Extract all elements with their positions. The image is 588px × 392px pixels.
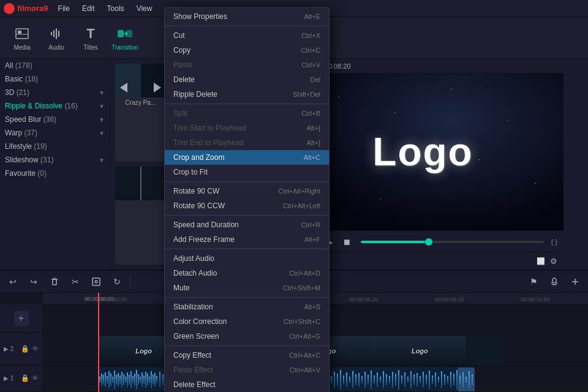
cm-shortcut: Ctrl+Shift+M	[283, 284, 320, 292]
ruler-mark-4: 00:00:08:10	[435, 296, 464, 303]
cm-separator	[165, 345, 329, 346]
transition-thumb-4[interactable]	[115, 167, 166, 265]
chevron-icon: ▼	[99, 157, 105, 164]
filter-slideshow[interactable]: Slideshow (31) ▼	[0, 153, 110, 167]
eye-icon[interactable]: 👁	[32, 374, 39, 382]
track-v2-label-area: +	[0, 304, 42, 333]
cm-detach-audio[interactable]: Detach Audio Ctrl+Alt+D	[165, 266, 329, 281]
svg-rect-117	[383, 371, 384, 388]
svg-rect-18	[110, 374, 111, 386]
cm-separator	[165, 181, 329, 182]
cm-copy-effect[interactable]: Copy Effect Ctrl+Alt+C	[165, 348, 329, 363]
menu-view[interactable]: View	[134, 3, 155, 14]
separator	[130, 276, 130, 288]
cm-adjust-audio[interactable]: Adjust Audio	[165, 251, 329, 266]
svg-point-10	[552, 278, 556, 283]
cm-speed-duration[interactable]: Speed and Duration Ctrl+R	[165, 217, 329, 232]
cm-freeze-frame[interactable]: Add Freeze Frame Alt+F	[165, 232, 329, 247]
track-v2-number: ▶ 2	[4, 345, 13, 352]
filter-lifestyle[interactable]: Lifestyle (19)	[0, 140, 110, 153]
svg-rect-29	[130, 371, 132, 388]
toolbar-media[interactable]: Media	[5, 20, 39, 56]
cm-crop-zoom[interactable]: Crop and Zoom Alt+C	[165, 150, 329, 165]
cm-trim-end: Trim End to Playhead Alt+]	[165, 135, 329, 150]
cm-label: Cut	[173, 31, 185, 40]
cm-stabilization[interactable]: Stabilization Alt+S	[165, 300, 329, 314]
svg-rect-130	[423, 372, 424, 388]
audio-detach-button[interactable]: ↻	[109, 274, 125, 290]
filter-3d[interactable]: 3D (21) ▼	[0, 86, 110, 99]
filter-ripple[interactable]: Ripple & Dissolve (16) ▼	[0, 99, 110, 113]
toolbar-transition[interactable]: Transition	[108, 20, 142, 56]
playhead-thumb[interactable]	[425, 238, 432, 246]
cm-ripple-delete[interactable]: Ripple Delete Shift+Del	[165, 87, 329, 102]
playhead-track[interactable]	[361, 241, 544, 243]
cm-label: Crop to Fit	[173, 168, 208, 176]
playhead-line[interactable]	[98, 293, 99, 392]
svg-rect-33	[138, 374, 139, 385]
cm-separator	[165, 104, 329, 104]
filter-all[interactable]: All (178)	[0, 59, 110, 72]
cm-green-screen[interactable]: Green Screen Ctrl+Alt+G	[165, 329, 329, 344]
menu-tools[interactable]: Tools	[105, 3, 127, 14]
transition-thumb-crazy[interactable]: Crazy Pa...	[115, 64, 166, 162]
redo-button[interactable]: ↪	[26, 274, 42, 290]
svg-rect-22	[118, 373, 119, 386]
filter-basic[interactable]: Basic (18)	[0, 72, 110, 86]
cm-color-correction[interactable]: Color Correction Ctrl+Shift+C	[165, 314, 329, 329]
svg-rect-40	[151, 371, 152, 388]
cm-cut[interactable]: Cut Ctrl+X	[165, 28, 329, 43]
cm-delete-effect[interactable]: Delete Effect	[165, 377, 329, 392]
svg-rect-31	[134, 374, 135, 386]
add-clip-button[interactable]: +	[14, 311, 29, 326]
cm-delete[interactable]: Delete Del	[165, 72, 329, 87]
menu-edit[interactable]: Edit	[80, 3, 97, 14]
svg-rect-28	[129, 375, 130, 385]
cm-copy[interactable]: Copy Ctrl+C	[165, 43, 329, 58]
cm-rotate-ccw[interactable]: Rotate 90 CCW Ctrl+Alt+Left	[165, 198, 329, 213]
logo-icon	[4, 3, 15, 14]
cm-label: Adjust Audio	[173, 254, 214, 263]
lock-icon[interactable]: 🔒	[21, 345, 29, 353]
ctrl-time: { }	[551, 238, 557, 246]
svg-rect-30	[132, 376, 134, 383]
toolbar-audio[interactable]: Audio	[39, 20, 74, 56]
lock-icon[interactable]: 🔒	[21, 374, 29, 382]
chevron-icon: ▼	[99, 130, 105, 137]
filter-speedblur[interactable]: Speed Blur (36) ▼	[0, 113, 110, 126]
cm-mute[interactable]: Mute Ctrl+Shift+M	[165, 281, 329, 295]
cm-crop-fit[interactable]: Crop to Fit	[165, 165, 329, 179]
filter-warp[interactable]: Warp (37) ▼	[0, 126, 110, 140]
marker-button[interactable]: ⚑	[526, 274, 541, 290]
cut-button[interactable]: ✂	[67, 274, 83, 290]
eye-icon[interactable]: 👁	[32, 345, 39, 353]
detach-audio-button[interactable]	[567, 274, 583, 290]
filter-favourite[interactable]: Favourite (0)	[0, 167, 110, 180]
menu-file[interactable]: File	[56, 3, 72, 14]
undo-button[interactable]: ↩	[5, 274, 21, 290]
toolbar-titles[interactable]: T Titles	[74, 20, 108, 56]
trans-line	[140, 167, 141, 200]
settings-button[interactable]: ⚙	[550, 257, 557, 266]
track-v1-number: ▶ 1	[4, 375, 13, 382]
delete-clip-button[interactable]	[47, 274, 62, 290]
svg-rect-112	[368, 375, 369, 385]
svg-point-9	[95, 281, 97, 283]
crop-button[interactable]	[88, 274, 104, 290]
cm-show-properties[interactable]: Show Properties Alt+E	[165, 9, 329, 24]
svg-rect-27	[127, 372, 128, 387]
svg-rect-32	[136, 370, 137, 390]
voiceover-button[interactable]	[546, 274, 562, 290]
cm-rotate-cw[interactable]: Rotate 90 CW Ctrl+Alt+Right	[165, 184, 329, 198]
cm-shortcut: Ctrl+C	[301, 47, 320, 54]
svg-rect-108	[355, 374, 356, 385]
track-v1: ▶ 1 🔒 👁	[0, 365, 42, 392]
svg-rect-105	[346, 372, 347, 387]
stop-button[interactable]: ⏹	[340, 235, 353, 249]
cm-label: Copy	[173, 46, 190, 55]
svg-rect-41	[153, 375, 154, 385]
cm-shortcut: Alt+E	[304, 13, 320, 20]
fullscreen-button[interactable]: ⬜	[537, 257, 545, 265]
svg-rect-134	[435, 372, 436, 387]
cm-label: Crop and Zoom	[173, 153, 224, 162]
